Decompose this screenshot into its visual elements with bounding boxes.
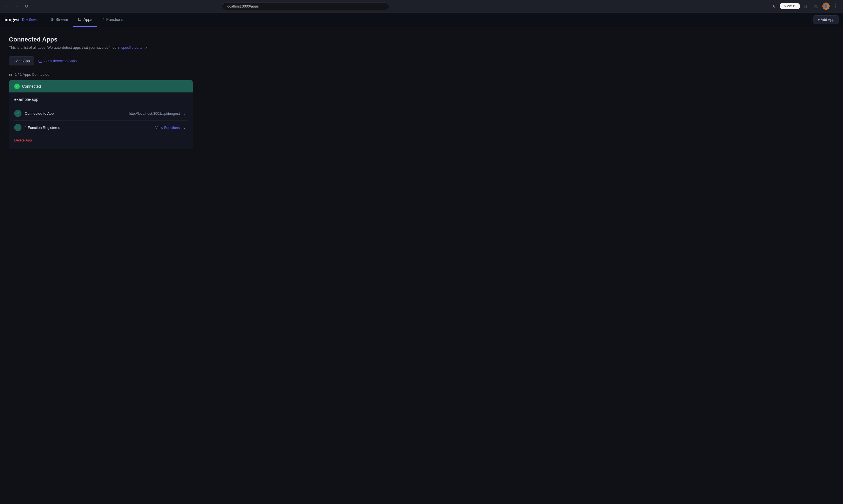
connected-to-app-value: http://localhost:3001/api/inngest [129, 111, 180, 115]
connected-to-app-row: ✓ Connected to App http://localhost:3001… [14, 106, 188, 120]
nav-right: + Add App [813, 15, 839, 24]
tab-functions[interactable]: ƒ Functions [97, 13, 128, 27]
app-name: example-app [14, 97, 188, 102]
functions-row: ✓ 1 Function Registered View Functions ⌄ [14, 120, 188, 134]
spinner-icon [38, 59, 42, 63]
url-text: localhost:3000/apps [227, 4, 259, 8]
avatar-image: 👤 [824, 4, 828, 8]
add-app-button[interactable]: + Add App [9, 56, 34, 66]
stream-icon: ◕ [50, 17, 53, 21]
grid-icon: ☷ [9, 72, 13, 76]
browser-actions: ★ Allow 1? ◫ ▨ 👤 ⋮ [770, 2, 840, 10]
external-link-icon: ↗ [145, 46, 148, 49]
connected-app-chevron[interactable]: ⌄ [182, 110, 188, 116]
nav-add-app-button[interactable]: + Add App [813, 15, 839, 24]
apps-connected-header: ☷ 1 / 1 Apps Connected [9, 72, 214, 76]
logo: inngest [4, 17, 20, 22]
extension-button[interactable]: ◫ [802, 2, 810, 10]
avatar[interactable]: 👤 [822, 2, 830, 10]
connected-check-icon: ✓ [14, 110, 21, 117]
apps-icon: ☐ [78, 17, 81, 21]
dev-server-badge: Dev Server [22, 18, 39, 22]
app-card: ✓ Connected example-app ✓ Connected to A… [9, 80, 193, 149]
app-nav: inngest Dev Server ◕ Stream ☐ Apps ƒ Fun… [0, 13, 843, 27]
apps-tab-label: Apps [83, 17, 92, 22]
nav-tabs: ◕ Stream ☐ Apps ƒ Functions [46, 13, 128, 27]
allow-button[interactable]: Allow 1? [780, 3, 800, 9]
browser-toolbar: ← → ↻ localhost:3000/apps ★ Allow 1? ◫ ▨… [0, 0, 843, 12]
description-text: This is a list of all apps. We auto-dete… [9, 46, 120, 50]
functions-tab-label: Functions [106, 17, 123, 22]
connected-to-app-label: Connected to App [25, 111, 129, 115]
logo-area: inngest Dev Server [4, 17, 39, 22]
app-card-body: example-app ✓ Connected to App http://lo… [9, 92, 193, 149]
connected-status-icon: ✓ [14, 84, 20, 89]
specific-ports-link[interactable]: specific ports. ↗ [121, 46, 148, 50]
forward-button[interactable]: → [13, 2, 21, 10]
functions-check-icon: ✓ [14, 124, 21, 131]
auto-detect-text: Auto-detecting Apps [44, 59, 77, 63]
tab-apps[interactable]: ☐ Apps [73, 13, 97, 27]
functions-chevron[interactable]: ⌄ [182, 125, 188, 130]
view-functions-link[interactable]: View Functions [155, 126, 180, 130]
back-button[interactable]: ← [3, 2, 11, 10]
browser-nav-buttons: ← → ↻ [3, 2, 30, 10]
refresh-button[interactable]: ↻ [22, 2, 30, 10]
stream-tab-label: Stream [55, 17, 68, 22]
toolbar: + Add App Auto-detecting Apps [9, 56, 214, 66]
specific-ports-text: specific ports. [121, 46, 143, 50]
page-description: This is a list of all apps. We auto-dete… [9, 46, 214, 50]
functions-registered-label: 1 Function Registered [25, 126, 155, 130]
apps-connected-count: 1 / 1 Apps Connected [15, 72, 49, 76]
connected-status-text: Connected [22, 84, 41, 89]
functions-icon: ƒ [102, 17, 104, 21]
tab-stream[interactable]: ◕ Stream [46, 13, 73, 27]
auto-detect-label: Auto-detecting Apps [38, 59, 77, 63]
sidebar-toggle-button[interactable]: ▨ [812, 2, 820, 10]
main-content: Connected Apps This is a list of all app… [0, 27, 223, 158]
star-button[interactable]: ★ [770, 2, 777, 10]
menu-button[interactable]: ⋮ [832, 2, 840, 10]
address-bar[interactable]: localhost:3000/apps [222, 2, 389, 10]
browser-chrome: ← → ↻ localhost:3000/apps ★ Allow 1? ◫ ▨… [0, 0, 843, 13]
app-card-header: ✓ Connected [9, 80, 193, 92]
delete-app-button[interactable]: Delete App [14, 136, 188, 145]
page-title: Connected Apps [9, 36, 214, 43]
